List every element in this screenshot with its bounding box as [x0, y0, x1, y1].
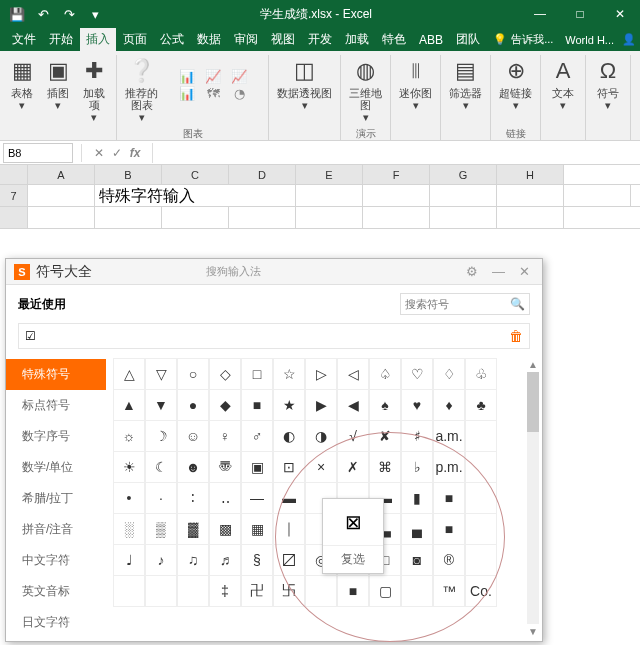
tell-me-icon[interactable]: 💡 [493, 33, 507, 46]
menu-tab-12[interactable]: 团队 [450, 28, 486, 51]
symbol-cell[interactable]: ‥ [209, 482, 241, 514]
symbol-cell[interactable]: ✘ [369, 420, 401, 452]
symbol-cell[interactable]: ♠ [369, 389, 401, 421]
redo-icon[interactable]: ↷ [58, 3, 80, 25]
recent-checkbox-icon[interactable]: ☑ [25, 329, 36, 343]
symbol-cell[interactable]: p.m. [433, 451, 465, 483]
ribbon-btn-1-0[interactable]: ❔推荐的图表▾ [122, 55, 161, 125]
menu-tab-0[interactable]: 文件 [6, 28, 42, 51]
qat-more-icon[interactable]: ▾ [84, 3, 106, 25]
symbol-cell[interactable]: ⊡ [273, 451, 305, 483]
symbol-cell[interactable] [145, 575, 177, 607]
minimize-button[interactable]: — [520, 0, 560, 28]
maximize-button[interactable]: □ [560, 0, 600, 28]
symbol-cell[interactable]: ░ [113, 513, 145, 545]
menu-tab-4[interactable]: 公式 [154, 28, 190, 51]
menu-tab-3[interactable]: 页面 [117, 28, 153, 51]
search-icon[interactable]: 🔍 [510, 297, 525, 311]
symbol-cell[interactable]: ♀ [209, 420, 241, 452]
symbol-cell[interactable]: · [145, 482, 177, 514]
col-header[interactable]: D [229, 165, 296, 184]
menu-tab-11[interactable]: ABB [413, 30, 449, 50]
symbol-cell[interactable]: ▼ [145, 389, 177, 421]
category-item[interactable]: 数字序号 [6, 421, 106, 452]
user-icon[interactable]: 👤 [622, 33, 636, 46]
ribbon-btn-5-0[interactable]: ▤筛选器▾ [446, 55, 485, 113]
symbol-cell[interactable]: ☀ [113, 451, 145, 483]
symbol-cell[interactable]: ♢ [433, 358, 465, 390]
symbol-cell[interactable]: ♡ [401, 358, 433, 390]
symbol-cell[interactable]: □ [241, 358, 273, 390]
cancel-icon[interactable]: ✕ [90, 146, 108, 160]
cell[interactable] [28, 185, 95, 206]
symbol-cell[interactable]: ▶ [305, 389, 337, 421]
symbol-cell[interactable] [305, 575, 337, 607]
ribbon-btn-4-0[interactable]: ⫴迷你图▾ [396, 55, 435, 113]
category-item[interactable]: 拼音/注音 [6, 514, 106, 545]
symbol-cell[interactable]: ♧ [465, 358, 497, 390]
col-header[interactable]: B [95, 165, 162, 184]
symbol-cell[interactable]: ☻ [177, 451, 209, 483]
dialog-minimize-icon[interactable]: — [488, 262, 509, 281]
symbol-cell[interactable]: • [113, 482, 145, 514]
ribbon-btn-0-0[interactable]: ▦表格▾ [5, 55, 39, 125]
search-box[interactable]: 🔍 [400, 293, 530, 315]
symbol-cell[interactable]: ◑ [305, 420, 337, 452]
symbol-cell[interactable]: ⌘ [369, 451, 401, 483]
symbol-cell[interactable]: ☺ [177, 420, 209, 452]
symbol-cell[interactable]: ♤ [369, 358, 401, 390]
symbol-cell[interactable]: ▄ [401, 513, 433, 545]
col-header[interactable]: H [497, 165, 564, 184]
ribbon-btn-3-0[interactable]: ◍三维地图▾ [346, 55, 385, 125]
search-input[interactable] [405, 298, 510, 310]
scroll-down-icon[interactable]: ▼ [528, 626, 538, 637]
symbol-cell[interactable]: ♯ [401, 420, 433, 452]
symbol-cell[interactable]: ▬ [273, 482, 305, 514]
select-all[interactable] [0, 165, 28, 184]
menu-tab-6[interactable]: 审阅 [228, 28, 264, 51]
symbol-cell[interactable]: ◁ [337, 358, 369, 390]
symbol-cell[interactable]: ■ [433, 482, 465, 514]
symbol-cell[interactable]: ◆ [209, 389, 241, 421]
symbol-cell[interactable]: ♥ [401, 389, 433, 421]
symbol-cell[interactable] [465, 544, 497, 576]
chart-type-icon[interactable]: 📈 [227, 69, 251, 84]
save-icon[interactable]: 💾 [6, 3, 28, 25]
symbol-cell[interactable]: ｜ [273, 513, 305, 545]
symbol-cell[interactable]: ▢ [369, 575, 401, 607]
chart-type-icon[interactable]: 🗺 [201, 86, 225, 101]
symbol-cell[interactable]: ▒ [145, 513, 177, 545]
symbol-cell[interactable]: ★ [273, 389, 305, 421]
symbol-cell[interactable]: ♣ [465, 389, 497, 421]
col-header[interactable]: A [28, 165, 95, 184]
scrollbar[interactable]: ▲ ▼ [526, 359, 540, 637]
symbol-cell[interactable] [401, 575, 433, 607]
symbol-cell[interactable]: ■ [241, 389, 273, 421]
symbol-cell[interactable]: √ [337, 420, 369, 452]
menu-tab-8[interactable]: 开发 [302, 28, 338, 51]
chart-type-icon[interactable]: ◔ [227, 86, 251, 101]
symbol-cell[interactable]: ☽ [145, 420, 177, 452]
symbol-cell[interactable]: ◙ [401, 544, 433, 576]
symbol-cell[interactable]: ☾ [145, 451, 177, 483]
symbol-cell[interactable]: ● [177, 389, 209, 421]
scroll-thumb[interactable] [527, 372, 539, 432]
col-header[interactable]: F [363, 165, 430, 184]
recent-delete-icon[interactable]: 🗑 [509, 328, 523, 344]
symbol-cell[interactable]: × [305, 451, 337, 483]
symbol-cell[interactable]: ■ [433, 513, 465, 545]
symbol-cell[interactable]: ♦ [433, 389, 465, 421]
symbol-cell[interactable] [177, 575, 209, 607]
symbol-cell[interactable]: ▽ [145, 358, 177, 390]
fx-icon[interactable]: fx [126, 146, 144, 160]
symbol-cell[interactable]: ® [433, 544, 465, 576]
menu-tab-7[interactable]: 视图 [265, 28, 301, 51]
category-item[interactable]: 标点符号 [6, 390, 106, 421]
ribbon-btn-0-2[interactable]: ✚加载项▾ [77, 55, 111, 125]
chart-type-icon[interactable]: 📊 [175, 69, 199, 84]
symbol-cell[interactable]: ♫ [177, 544, 209, 576]
symbol-cell[interactable]: a.m. [433, 420, 465, 452]
menu-tab-2[interactable]: 插入 [80, 28, 116, 51]
symbol-cell[interactable]: ™ [433, 575, 465, 607]
menu-tab-1[interactable]: 开始 [43, 28, 79, 51]
